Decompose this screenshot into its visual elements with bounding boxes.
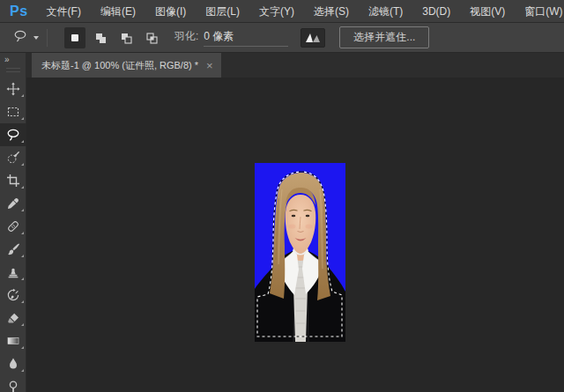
- ps-logo: Ps: [0, 4, 37, 19]
- marquee-icon: [6, 105, 20, 119]
- bandage-icon: [6, 219, 20, 233]
- lasso-icon: [12, 29, 28, 47]
- document-tab[interactable]: 未标题-1 @ 100% (证件照, RGB/8) * ×: [32, 53, 221, 78]
- eyedropper-tool[interactable]: [0, 192, 26, 215]
- spot-healing-brush-tool[interactable]: [0, 215, 26, 238]
- toolbar-header[interactable]: »: [0, 53, 26, 65]
- tools-panel: »: [0, 53, 26, 392]
- brush-icon: [6, 242, 20, 256]
- move-tool[interactable]: [0, 78, 26, 100]
- select-and-mask-button[interactable]: 选择并遮住...: [339, 26, 429, 48]
- feather-label: 羽化:: [174, 29, 198, 44]
- eraser-tool[interactable]: [0, 307, 26, 329]
- history-brush-tool[interactable]: [0, 284, 26, 307]
- menu-file[interactable]: 文件(F): [37, 0, 91, 23]
- document-canvas[interactable]: [255, 163, 345, 342]
- crop-icon: [6, 174, 20, 188]
- panel-grabber[interactable]: [6, 68, 20, 72]
- close-icon[interactable]: ×: [206, 59, 213, 72]
- selection-mode-group: [64, 27, 162, 48]
- lasso-icon: [6, 128, 20, 142]
- eyedropper-icon: [6, 196, 20, 211]
- dodge-icon: [6, 380, 20, 392]
- clone-stamp-tool[interactable]: [0, 261, 26, 284]
- dodge-tool[interactable]: [0, 375, 26, 392]
- history-brush-icon: [6, 288, 20, 302]
- eye-right: [306, 215, 310, 218]
- menu-layer[interactable]: 图层(L): [196, 0, 249, 23]
- feather-input[interactable]: 0 像素: [204, 29, 288, 47]
- collapse-panel-icon[interactable]: »: [0, 55, 9, 64]
- canvas-area[interactable]: [26, 78, 564, 392]
- menu-image[interactable]: 图像(I): [145, 0, 196, 23]
- tool-list: [0, 78, 26, 392]
- gradient-tool[interactable]: [0, 329, 26, 352]
- stamp-icon: [6, 265, 20, 279]
- menu-3d[interactable]: 3D(D): [412, 0, 460, 23]
- menu-type[interactable]: 文字(Y): [249, 0, 304, 23]
- menu-bar: Ps 文件(F) 编辑(E) 图像(I) 图层(L) 文字(Y) 选择(S) 滤…: [0, 0, 564, 23]
- subtract-from-selection-button[interactable]: [115, 27, 137, 48]
- feather-field: 羽化: 0 像素: [174, 29, 288, 47]
- anti-alias-icon: [304, 32, 322, 44]
- subtract-from-selection-icon: [120, 32, 132, 44]
- document-tab-title: 未标题-1 @ 100% (证件照, RGB/8) *: [41, 59, 198, 72]
- menu-edit[interactable]: 编辑(E): [91, 0, 145, 23]
- quick-selection-icon: [6, 151, 20, 165]
- id-photo: [255, 163, 345, 342]
- lasso-tool[interactable]: [0, 123, 26, 146]
- photoshop-window: Ps 文件(F) 编辑(E) 图像(I) 图层(L) 文字(Y) 选择(S) 滤…: [0, 0, 564, 392]
- quick-selection-tool[interactable]: [0, 146, 26, 169]
- new-selection-icon: [69, 32, 81, 44]
- rectangular-marquee-tool[interactable]: [0, 100, 26, 123]
- water-drop-icon: [6, 357, 20, 371]
- tool-preset-picker[interactable]: [12, 29, 39, 47]
- gradient-icon: [6, 334, 20, 348]
- eraser-icon: [6, 311, 20, 325]
- document-tab-bar: 未标题-1 @ 100% (证件照, RGB/8) * ×: [26, 53, 564, 78]
- intersect-selection-icon: [145, 32, 158, 44]
- intersect-selection-button[interactable]: [141, 27, 162, 48]
- eye-left: [292, 215, 296, 218]
- divider: [47, 29, 48, 47]
- menu-view[interactable]: 视图(V): [460, 0, 515, 23]
- blur-tool[interactable]: [0, 352, 26, 375]
- new-selection-button[interactable]: [64, 27, 85, 48]
- anti-alias-toggle[interactable]: [301, 28, 325, 48]
- add-to-selection-button[interactable]: [90, 27, 111, 48]
- chevron-down-icon: [33, 36, 39, 40]
- add-to-selection-icon: [94, 32, 107, 44]
- crop-tool[interactable]: [0, 169, 26, 192]
- menu-filter[interactable]: 滤镜(T): [359, 0, 412, 23]
- menu-select[interactable]: 选择(S): [304, 0, 359, 23]
- brush-tool[interactable]: [0, 238, 26, 261]
- menu-window[interactable]: 窗口(W): [515, 0, 564, 23]
- options-bar: 羽化: 0 像素 选择并遮住...: [0, 23, 564, 53]
- move-icon: [6, 82, 20, 96]
